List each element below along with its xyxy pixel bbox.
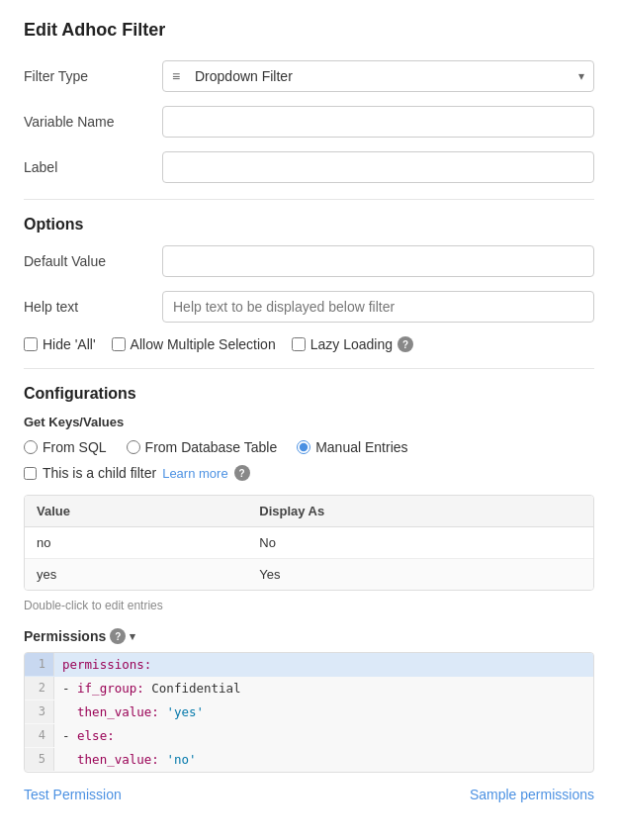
help-text-input[interactable] <box>162 291 594 323</box>
filter-type-label: Filter Type <box>24 68 162 84</box>
table-head: Value Display As <box>25 496 593 527</box>
lazy-loading-label: Lazy Loading <box>310 336 393 352</box>
filter-type-select-wrapper: ≡ Dropdown Filter ▾ <box>162 60 594 92</box>
divider-2 <box>24 368 594 369</box>
from-db-radio[interactable] <box>127 440 140 454</box>
manual-radio[interactable] <box>297 440 310 454</box>
allow-multiple-checkbox-label[interactable]: Allow Multiple Selection <box>112 336 276 352</box>
allow-multiple-checkbox[interactable] <box>112 337 126 351</box>
default-value-row: Default Value no <box>24 245 594 277</box>
child-filter-checkbox[interactable] <box>24 467 37 480</box>
learn-more-link[interactable]: Learn more <box>162 466 227 481</box>
entries-table-container: Value Display As no No yes Yes <box>24 495 594 591</box>
configurations-section-title: Configurations <box>24 385 594 403</box>
value-cell: yes <box>25 559 247 591</box>
divider-1 <box>24 199 594 200</box>
from-sql-radio-label[interactable]: From SQL <box>24 439 107 455</box>
double-click-hint: Double-click to edit entries <box>24 599 594 612</box>
permissions-dropdown-arrow-icon: ▾ <box>130 630 135 643</box>
value-column-header: Value <box>25 496 247 527</box>
filter-type-select[interactable]: Dropdown Filter <box>162 60 594 92</box>
permissions-help-icon[interactable]: ? <box>110 628 126 644</box>
line-num-3: 3 <box>25 700 54 723</box>
code-line-2: 2 - if_group: Confidential <box>25 677 593 700</box>
child-filter-label: This is a child filter <box>43 465 156 481</box>
variable-name-input[interactable]: show_email <box>162 106 594 138</box>
permissions-code-block: 1 permissions: 2 - if_group: Confidentia… <box>24 652 594 773</box>
child-filter-help-icon[interactable]: ? <box>234 465 250 481</box>
footer-row: Test Permission Sample permissions <box>24 787 594 802</box>
get-keys-label: Get Keys/Values <box>24 415 594 429</box>
lazy-loading-checkbox-label[interactable]: Lazy Loading ? <box>292 336 413 352</box>
permissions-header[interactable]: Permissions ? ▾ <box>24 628 594 644</box>
code-line-3: 3 then_value: 'yes' <box>25 700 593 724</box>
from-sql-label: From SQL <box>43 439 107 455</box>
from-sql-radio[interactable] <box>24 440 38 454</box>
table-header-row: Value Display As <box>25 496 593 527</box>
lazy-loading-checkbox[interactable] <box>292 337 306 351</box>
display-as-cell: Yes <box>247 559 593 591</box>
child-filter-row: This is a child filter Learn more ? <box>24 465 594 481</box>
display-as-column-header: Display As <box>247 496 593 527</box>
variable-name-label: Variable Name <box>24 114 162 130</box>
lazy-loading-help-icon[interactable]: ? <box>397 336 413 352</box>
default-value-label: Default Value <box>24 253 162 269</box>
label-row: Label Show Email <box>24 151 594 183</box>
table-row[interactable]: no No <box>25 527 593 559</box>
line-content-3: then_value: 'yes' <box>54 700 212 724</box>
hide-all-checkbox[interactable] <box>24 337 38 351</box>
label-input[interactable]: Show Email <box>162 151 594 183</box>
checkboxes-row: Hide 'All' Allow Multiple Selection Lazy… <box>24 336 594 352</box>
test-permission-link[interactable]: Test Permission <box>24 787 122 802</box>
line-num-4: 4 <box>25 724 54 747</box>
help-text-row: Help text <box>24 291 594 323</box>
table-body: no No yes Yes <box>25 527 593 591</box>
source-radio-group: From SQL From Database Table Manual Entr… <box>24 439 594 455</box>
label-label: Label <box>24 159 162 175</box>
line-num-5: 5 <box>25 748 54 771</box>
line-content-1: permissions: <box>54 653 159 677</box>
line-content-5: then_value: 'no' <box>54 748 205 772</box>
default-value-input[interactable]: no <box>162 245 594 277</box>
sample-permissions-link[interactable]: Sample permissions <box>470 787 594 802</box>
page-title: Edit Adhoc Filter <box>24 20 594 41</box>
code-line-1: 1 permissions: <box>25 653 593 677</box>
line-content-2: - if_group: Confidential <box>54 677 249 700</box>
allow-multiple-label: Allow Multiple Selection <box>131 336 276 352</box>
code-line-5: 5 then_value: 'no' <box>25 748 593 772</box>
from-db-label: From Database Table <box>145 439 278 455</box>
permissions-label: Permissions <box>24 628 106 644</box>
entries-table: Value Display As no No yes Yes <box>25 496 593 590</box>
hide-all-checkbox-label[interactable]: Hide 'All' <box>24 336 96 352</box>
hide-all-label: Hide 'All' <box>43 336 96 352</box>
options-section-title: Options <box>24 216 594 233</box>
table-row[interactable]: yes Yes <box>25 559 593 591</box>
help-text-label: Help text <box>24 299 162 315</box>
manual-radio-label[interactable]: Manual Entries <box>297 439 407 455</box>
line-num-1: 1 <box>25 653 54 676</box>
display-as-cell: No <box>247 527 593 559</box>
from-db-radio-label[interactable]: From Database Table <box>127 439 278 455</box>
line-content-4: - else: <box>54 724 123 748</box>
manual-label: Manual Entries <box>315 439 407 455</box>
filter-type-row: Filter Type ≡ Dropdown Filter ▾ <box>24 60 594 92</box>
code-line-4: 4 - else: <box>25 724 593 748</box>
value-cell: no <box>25 527 247 559</box>
variable-name-row: Variable Name show_email <box>24 106 594 138</box>
line-num-2: 2 <box>25 677 54 700</box>
